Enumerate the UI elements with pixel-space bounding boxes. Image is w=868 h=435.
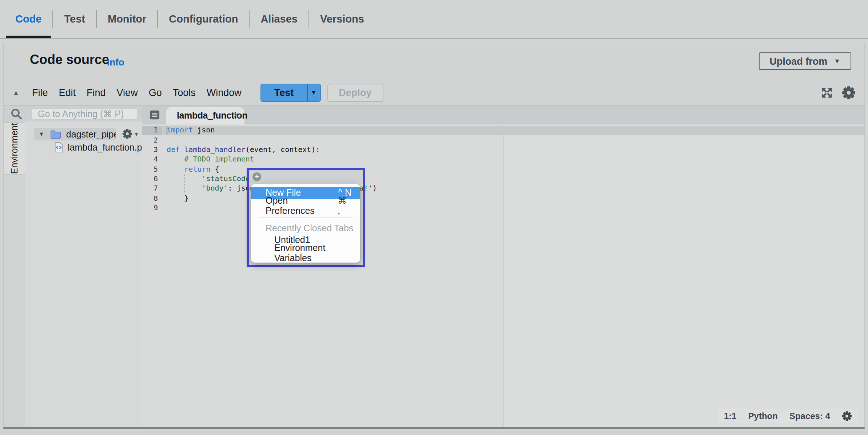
tree-folder-label: dagster_pipes_funct	[66, 129, 116, 139]
chevron-down-icon: ▼	[311, 89, 316, 96]
tab-monitor-label: Monitor	[108, 13, 146, 25]
test-split-button[interactable]: Test ▼	[260, 84, 321, 102]
cursor-position[interactable]: 1:1	[724, 411, 737, 421]
tab-versions-label: Versions	[320, 13, 364, 25]
editor-status-bar: 1:1 Python Spaces: 4	[718, 409, 858, 423]
gear-icon	[122, 129, 132, 139]
menu-tools[interactable]: Tools	[173, 87, 196, 98]
chevron-down-icon: ▼	[834, 57, 840, 65]
tree-file-row[interactable]: lambda_function.py	[54, 142, 147, 153]
go-to-anything-input[interactable]	[31, 108, 138, 120]
indentation-setting[interactable]: Spaces: 4	[789, 411, 830, 421]
menu-find[interactable]: Find	[87, 87, 106, 98]
tab-monitor[interactable]: Monitor	[97, 0, 157, 38]
menu-item-environment-variables[interactable]: Environment Variables	[251, 247, 360, 259]
overlay-tab-strip	[249, 170, 363, 182]
upload-from-label: Upload from	[769, 56, 827, 67]
test-button-label[interactable]: Test	[261, 84, 307, 101]
search-icon[interactable]	[10, 108, 23, 120]
file-tree-panel: ▼ dagster_pipes_funct	[25, 121, 142, 427]
menu-divider	[258, 216, 353, 217]
tree-settings-button[interactable]: ▼	[122, 129, 139, 139]
active-tab-underline	[6, 35, 51, 38]
menu-edit[interactable]: Edit	[59, 87, 76, 98]
code-line: def lambda_handler(event, context):	[167, 145, 864, 155]
folder-icon	[50, 129, 61, 139]
tab-test-label: Test	[64, 13, 85, 25]
info-link[interactable]: Info	[107, 57, 124, 68]
tab-configuration[interactable]: Configuration	[158, 0, 249, 38]
folder-expanded-caret-icon[interactable]: ▼	[39, 131, 44, 137]
environment-side-tab[interactable]: Environment	[4, 122, 25, 175]
editor-tab-lambda-function[interactable]: lambda_function ×	[166, 107, 244, 124]
editor-menubar: File Edit Find View Go Tools Window	[32, 87, 242, 98]
editor-toolbar: ▲ File Edit Find View Go Tools Window Te…	[4, 80, 864, 106]
tab-aliases-label: Aliases	[260, 13, 298, 25]
test-dropdown-arrow[interactable]: ▼	[307, 84, 320, 101]
menu-window[interactable]: Window	[207, 87, 242, 98]
upload-from-button[interactable]: Upload from ▼	[758, 52, 851, 70]
tab-versions[interactable]: Versions	[309, 0, 375, 38]
settings-gear-icon[interactable]	[842, 86, 856, 100]
tab-configuration-label: Configuration	[169, 13, 238, 25]
menu-file[interactable]: File	[32, 87, 48, 98]
environment-side-tab-label: Environment	[9, 123, 19, 174]
fullscreen-icon[interactable]	[821, 87, 833, 99]
code-line	[167, 135, 864, 145]
python-file-icon	[54, 142, 63, 153]
tab-code[interactable]: Code	[4, 0, 53, 38]
deploy-button-label: Deploy	[339, 87, 371, 98]
tab-aliases[interactable]: Aliases	[250, 0, 308, 38]
tab-code-label: Code	[15, 13, 42, 25]
close-tab-icon[interactable]: ×	[233, 110, 239, 121]
menu-view[interactable]: View	[117, 87, 138, 98]
new-tab-dropdown-overlay: + New File ^ N Open Preferences ⌘ , Rece…	[247, 168, 365, 267]
page-title: Code source	[30, 52, 109, 68]
tab-list-icon[interactable]	[149, 110, 160, 120]
tree-folder-row[interactable]: ▼ dagster_pipes_funct	[34, 128, 116, 140]
menu-go[interactable]: Go	[149, 87, 162, 98]
deploy-button[interactable]: Deploy	[327, 84, 383, 102]
toolbar-right-icons	[821, 86, 856, 100]
tree-file-label: lambda_function.py	[68, 142, 147, 152]
page-bottom-strip	[0, 431, 868, 435]
code-source-panel: Code source Info Upload from ▼ ▲ File Ed…	[3, 43, 865, 429]
indent-guide	[184, 174, 185, 193]
language-mode[interactable]: Python	[748, 411, 778, 421]
menu-item-label: Open Preferences	[266, 196, 338, 216]
chevron-down-icon: ▼	[134, 131, 139, 136]
tab-context-menu: New File ^ N Open Preferences ⌘ , Recent…	[251, 184, 360, 262]
new-tab-plus-button[interactable]: +	[252, 172, 261, 181]
gutter: 123456789	[142, 125, 162, 213]
menu-section-header: Recently Closed Tabs	[251, 222, 360, 234]
status-gear-icon[interactable]	[842, 411, 852, 421]
menu-item-shortcut: ⌘ ,	[338, 195, 351, 216]
function-tab-bar: Code Test Monitor Configuration Aliases …	[0, 0, 868, 39]
code-line: # TODO implement	[167, 155, 864, 164]
code-editor: lambda_function × 123456789 import json …	[142, 106, 864, 427]
editor-tab-bar: lambda_function ×	[142, 106, 864, 124]
code-line: import json	[167, 125, 864, 135]
workspace: Environment ▼ dagster_pipes_funct	[4, 106, 864, 427]
collapse-editor-icon[interactable]: ▲	[12, 89, 23, 97]
side-dock-strip: Environment	[4, 121, 25, 427]
menu-item-open-preferences[interactable]: Open Preferences ⌘ ,	[251, 199, 360, 212]
tab-test[interactable]: Test	[53, 0, 96, 38]
lambda-console-page: Code Test Monitor Configuration Aliases …	[0, 0, 868, 435]
